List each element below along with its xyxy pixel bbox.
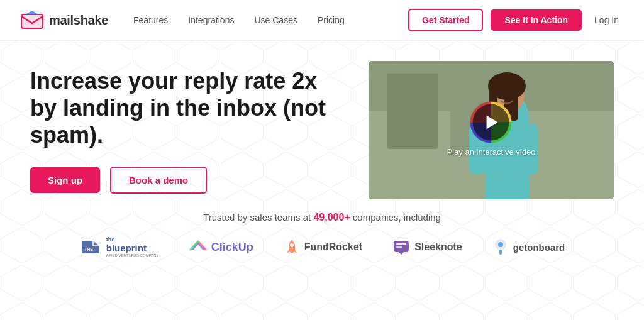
hero-left: Increase your reply rate 2x by landing i… <box>30 61 343 194</box>
logo-sleeknote: Sleeknote <box>392 238 462 256</box>
navbar: mailshake Features Integrations Use Case… <box>0 0 644 41</box>
login-button[interactable]: Log In <box>589 10 624 30</box>
logo-text: mailshake <box>49 13 108 28</box>
nav-links: Features Integrations Use Cases Pricing <box>133 15 408 25</box>
svg-rect-0 <box>21 14 43 28</box>
logo-getonboard: getonboard <box>492 238 565 256</box>
svg-point-16 <box>290 243 294 247</box>
nav-actions: Get Started See It In Action Log In <box>408 9 624 31</box>
hero-buttons: Sign up Book a demo <box>30 167 343 194</box>
play-label: Play an interactive video <box>447 147 536 157</box>
play-button-wrapper[interactable]: Play an interactive video <box>447 104 536 157</box>
nav-integrations[interactable]: Integrations <box>188 15 234 25</box>
sleeknote-icon <box>392 238 410 256</box>
blueprint-icon: THE <box>79 238 102 256</box>
svg-rect-19 <box>396 246 402 248</box>
blueprint-name: blueprint <box>106 243 159 254</box>
signup-button[interactable]: Sign up <box>30 167 100 193</box>
book-demo-button[interactable]: Book a demo <box>110 167 207 194</box>
hero-title: Increase your reply rate 2x by landing i… <box>30 67 343 149</box>
sleeknote-name: Sleeknote <box>414 241 462 253</box>
svg-rect-22 <box>499 250 502 255</box>
nav-pricing[interactable]: Pricing <box>318 15 345 25</box>
svg-text:THE: THE <box>84 247 93 251</box>
logo[interactable]: mailshake <box>20 11 108 30</box>
logo-blueprint: THE the blueprint A RED VENTURES COMPANY <box>79 237 159 257</box>
getonboard-icon <box>492 238 509 256</box>
logo-fundrocket: FundRocket <box>284 238 362 256</box>
see-in-action-button[interactable]: See It In Action <box>491 9 582 31</box>
hero-video[interactable]: Play an interactive video <box>369 61 614 199</box>
nav-use-cases[interactable]: Use Cases <box>254 15 297 25</box>
fundrocket-icon <box>284 238 300 256</box>
nav-features[interactable]: Features <box>133 15 168 25</box>
fundrocket-name: FundRocket <box>304 241 362 253</box>
trust-text-prefix: Trusted by sales teams at <box>203 212 313 223</box>
clickup-name: ClickUp <box>211 241 253 254</box>
get-started-button[interactable]: Get Started <box>408 9 483 31</box>
company-logos-bar: THE the blueprint A RED VENTURES COMPANY… <box>0 232 644 262</box>
play-triangle-icon <box>487 116 498 130</box>
trust-number: 49,000+ <box>313 212 350 223</box>
trust-bar: Trusted by sales teams at 49,000+ compan… <box>0 199 644 232</box>
hero-section: Increase your reply rate 2x by landing i… <box>0 41 644 199</box>
clickup-icon <box>189 238 207 256</box>
getonboard-name: getonboard <box>513 242 565 253</box>
logo-clickup: ClickUp <box>189 238 253 256</box>
svg-point-21 <box>498 242 503 247</box>
mailshake-logo-icon <box>20 11 44 30</box>
play-button[interactable] <box>473 104 509 141</box>
trust-text-suffix: companies, including <box>350 212 441 223</box>
svg-rect-18 <box>396 243 406 245</box>
svg-rect-4 <box>387 74 438 149</box>
